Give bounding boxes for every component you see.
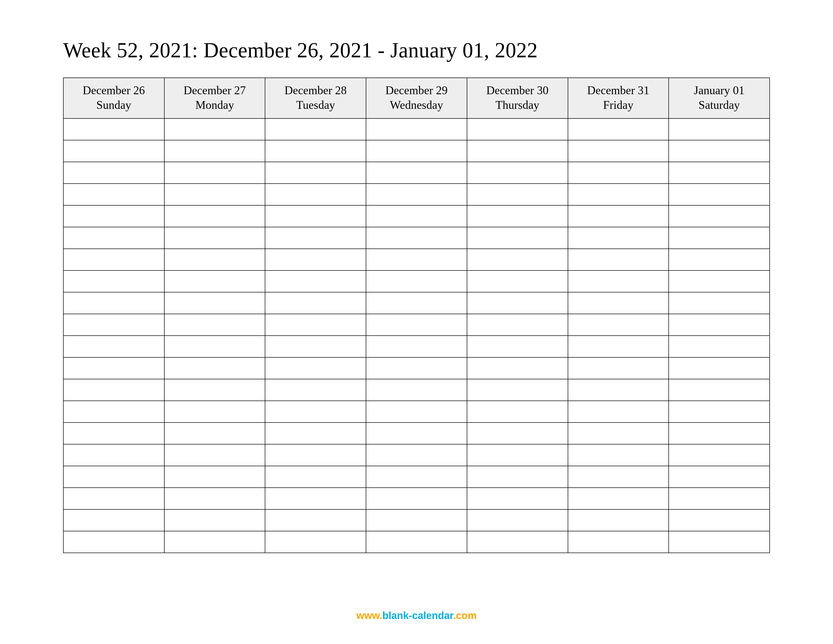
empty-cell xyxy=(568,509,669,531)
empty-cell xyxy=(568,314,669,336)
empty-cell xyxy=(366,292,467,314)
empty-cell xyxy=(265,184,366,205)
empty-cell xyxy=(265,162,366,184)
empty-cell xyxy=(63,314,164,336)
weekly-calendar-table: December 26 Sunday December 27 Monday De… xyxy=(63,77,770,553)
col-date: December 27 xyxy=(167,83,263,98)
empty-cell xyxy=(467,314,568,336)
table-row xyxy=(63,401,770,422)
col-header: December 31 Friday xyxy=(568,78,669,118)
col-day: Friday xyxy=(570,98,667,113)
empty-cell xyxy=(568,140,669,162)
table-row xyxy=(63,249,770,270)
table-row xyxy=(63,466,770,488)
table-row xyxy=(63,118,770,140)
empty-cell xyxy=(265,336,366,357)
table-header-row: December 26 Sunday December 27 Monday De… xyxy=(63,78,770,118)
empty-cell xyxy=(366,205,467,227)
footer-part-domain: blank-calendar xyxy=(383,610,453,621)
empty-cell xyxy=(669,205,770,227)
table-row xyxy=(63,379,770,401)
empty-cell xyxy=(164,379,265,401)
empty-cell xyxy=(467,466,568,488)
empty-cell xyxy=(568,249,669,270)
empty-cell xyxy=(164,140,265,162)
empty-cell xyxy=(568,162,669,184)
empty-cell xyxy=(568,422,669,444)
empty-cell xyxy=(568,444,669,466)
empty-cell xyxy=(366,249,467,270)
table-row xyxy=(63,422,770,444)
empty-cell xyxy=(366,488,467,509)
empty-cell xyxy=(164,401,265,422)
empty-cell xyxy=(265,205,366,227)
empty-cell xyxy=(164,292,265,314)
empty-cell xyxy=(669,227,770,249)
empty-cell xyxy=(568,336,669,357)
table-row xyxy=(63,509,770,531)
footer-url: www.blank-calendar.com xyxy=(0,610,833,621)
empty-cell xyxy=(467,531,568,553)
empty-cell xyxy=(63,205,164,227)
empty-cell xyxy=(467,249,568,270)
empty-cell xyxy=(63,184,164,205)
empty-cell xyxy=(669,249,770,270)
col-header: January 01 Saturday xyxy=(669,78,770,118)
empty-cell xyxy=(63,488,164,509)
empty-cell xyxy=(467,162,568,184)
col-date: December 29 xyxy=(368,83,465,98)
empty-cell xyxy=(669,118,770,140)
empty-cell xyxy=(366,509,467,531)
empty-cell xyxy=(164,488,265,509)
empty-cell xyxy=(63,357,164,379)
footer-part-www: www. xyxy=(356,610,383,621)
page: Week 52, 2021: December 26, 2021 - Janua… xyxy=(0,0,833,644)
empty-cell xyxy=(669,270,770,292)
empty-cell xyxy=(164,336,265,357)
empty-cell xyxy=(63,249,164,270)
table-row xyxy=(63,227,770,249)
empty-cell xyxy=(265,531,366,553)
empty-cell xyxy=(467,422,568,444)
empty-cell xyxy=(366,422,467,444)
col-date: December 28 xyxy=(267,83,364,98)
table-row xyxy=(63,162,770,184)
empty-cell xyxy=(669,422,770,444)
empty-cell xyxy=(669,401,770,422)
empty-cell xyxy=(366,357,467,379)
col-date: December 26 xyxy=(66,83,162,98)
empty-cell xyxy=(63,401,164,422)
empty-cell xyxy=(366,118,467,140)
empty-cell xyxy=(164,531,265,553)
empty-cell xyxy=(669,531,770,553)
empty-cell xyxy=(669,314,770,336)
empty-cell xyxy=(63,336,164,357)
col-day: Saturday xyxy=(671,98,767,113)
empty-cell xyxy=(63,466,164,488)
empty-cell xyxy=(366,466,467,488)
empty-cell xyxy=(63,444,164,466)
empty-cell xyxy=(164,184,265,205)
empty-cell xyxy=(669,140,770,162)
empty-cell xyxy=(568,227,669,249)
empty-cell xyxy=(568,118,669,140)
col-date: December 30 xyxy=(469,83,566,98)
empty-cell xyxy=(265,249,366,270)
empty-cell xyxy=(568,466,669,488)
empty-cell xyxy=(164,227,265,249)
col-day: Sunday xyxy=(66,98,162,113)
empty-cell xyxy=(669,488,770,509)
col-day: Wednesday xyxy=(368,98,465,113)
table-header: December 26 Sunday December 27 Monday De… xyxy=(63,78,770,118)
empty-cell xyxy=(366,379,467,401)
empty-cell xyxy=(265,488,366,509)
empty-cell xyxy=(467,227,568,249)
empty-cell xyxy=(63,140,164,162)
empty-cell xyxy=(366,444,467,466)
empty-cell xyxy=(265,227,366,249)
col-date: December 31 xyxy=(570,83,667,98)
empty-cell xyxy=(467,336,568,357)
empty-cell xyxy=(63,509,164,531)
empty-cell xyxy=(63,379,164,401)
table-row xyxy=(63,336,770,357)
